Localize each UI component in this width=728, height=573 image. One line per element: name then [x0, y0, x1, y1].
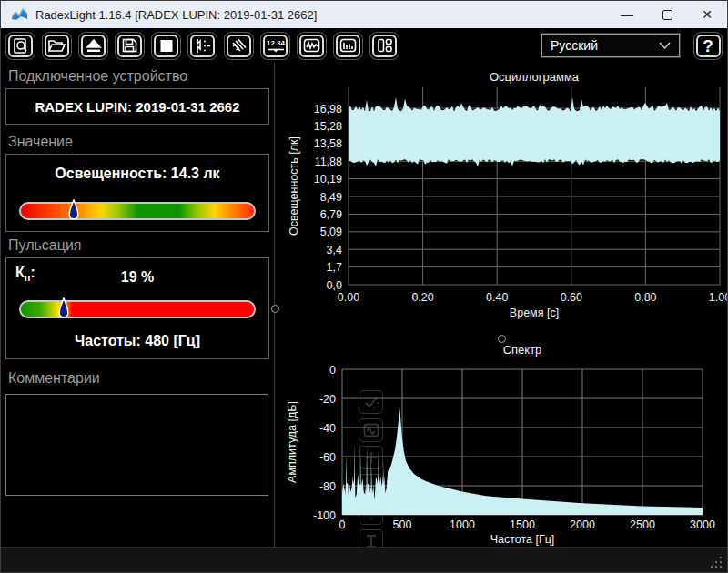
- device-section-header: Подключенное устройство: [8, 68, 187, 85]
- stop-record-button[interactable]: [151, 32, 181, 60]
- svg-text:-80: -80: [319, 480, 336, 493]
- oscillogram-view-button[interactable]: [297, 32, 327, 60]
- svg-text:Амплитуда [дБ]: Амплитуда [дБ]: [286, 401, 298, 483]
- svg-text:10,19: 10,19: [314, 173, 342, 186]
- comments-input[interactable]: [5, 394, 268, 496]
- save-button[interactable]: [115, 32, 145, 60]
- pulsation-value: 19 %: [6, 269, 268, 286]
- frequency-value: Частоты: 480 [Гц]: [6, 333, 268, 349]
- svg-text:Освещенность [лк]: Освещенность [лк]: [288, 136, 300, 236]
- svg-text:1000: 1000: [450, 518, 475, 531]
- language-value: Русский: [551, 38, 598, 53]
- svg-text:Частота [Гц]: Частота [Гц]: [490, 533, 555, 546]
- comments-section-header: Комментарии: [8, 370, 100, 387]
- status-bar: [1, 547, 727, 572]
- eject-device-button[interactable]: [78, 32, 108, 60]
- marker-settings-button[interactable]: [187, 32, 217, 60]
- oscillogram-chart: Осциллограмма16,9815,2813,5811,8810,198,…: [283, 65, 728, 339]
- pulsation-box: Кп: 19 % Частоты: 480 [Гц]: [5, 257, 269, 359]
- stop-square-icon: [154, 35, 178, 57]
- svg-text:-20: -20: [319, 393, 336, 406]
- svg-text:0.80: 0.80: [634, 291, 656, 304]
- toolbar: 12.34 Русский ?: [1, 28, 727, 63]
- spectrum-view-button[interactable]: [333, 32, 363, 60]
- svg-text:0.40: 0.40: [486, 291, 508, 304]
- bar-chart-icon: [336, 35, 360, 57]
- eject-icon: [81, 35, 106, 57]
- app-logo-icon: [12, 8, 27, 21]
- svg-text:0: 0: [329, 364, 336, 377]
- svg-text:8,49: 8,49: [320, 191, 342, 204]
- help-button[interactable]: ?: [693, 32, 723, 60]
- magnifier-document-icon: [8, 35, 33, 57]
- svg-text:1,7: 1,7: [327, 261, 342, 274]
- value-section-header: Значение: [8, 134, 73, 150]
- svg-text:-60: -60: [319, 451, 336, 464]
- svg-text:16,98: 16,98: [314, 103, 342, 116]
- hatch-lines-icon: [227, 35, 251, 57]
- numeric-display-button[interactable]: 12.34: [260, 32, 290, 60]
- svg-text:2500: 2500: [630, 518, 655, 531]
- illuminance-value: Освещенность: 14.3 лк: [6, 166, 268, 182]
- svg-text:0,0: 0,0: [327, 279, 342, 292]
- close-button[interactable]: ✕: [687, 1, 727, 28]
- svg-text:0.60: 0.60: [561, 291, 582, 304]
- svg-text:0.20: 0.20: [411, 291, 433, 304]
- left-panel: Подключенное устройство RADEX LUPIN: 201…: [1, 63, 274, 547]
- minimize-button[interactable]: —: [607, 1, 647, 28]
- svg-text:Спектр: Спектр: [503, 343, 542, 357]
- open-folder-icon: [45, 35, 69, 57]
- numeric-1234-icon: 12.34: [263, 35, 288, 57]
- svg-text:11,88: 11,88: [315, 156, 342, 168]
- svg-text:1500: 1500: [510, 518, 535, 531]
- svg-text:3000: 3000: [690, 518, 715, 531]
- device-name: RADEX LUPIN: 2019-01-31 2662: [35, 99, 239, 115]
- svg-text:Осциллограмма: Осциллограмма: [490, 70, 580, 84]
- spectrum-plot: Спектр0-20-40-60-80-10005001000150020002…: [283, 339, 728, 547]
- svg-text:0: 0: [339, 518, 346, 531]
- maximize-icon: [662, 10, 672, 20]
- svg-text:500: 500: [393, 518, 412, 531]
- svg-text:-40: -40: [319, 422, 336, 435]
- pulsation-mode-button[interactable]: [224, 32, 254, 60]
- svg-text:1.00: 1.00: [709, 291, 728, 304]
- svg-text:12.34: 12.34: [266, 39, 285, 47]
- svg-text:2000: 2000: [570, 518, 595, 531]
- waveform-marker-icon: [190, 35, 215, 57]
- question-mark-icon: ?: [703, 37, 713, 55]
- spectrum-chart: Спектр0-20-40-60-80-10005001000150020002…: [283, 339, 728, 547]
- main-content: Подключенное устройство RADEX LUPIN: 201…: [1, 63, 727, 547]
- layout-icon: [372, 35, 397, 57]
- svg-text:3,4: 3,4: [327, 244, 342, 256]
- svg-text:Время [с]: Время [с]: [510, 307, 559, 319]
- illuminance-scale-bar: [19, 202, 256, 220]
- oscillogram-icon: [299, 35, 324, 57]
- language-dropdown[interactable]: Русский: [541, 34, 680, 57]
- maximize-button[interactable]: [647, 1, 687, 28]
- open-file-button[interactable]: [42, 32, 72, 60]
- pulsation-scale-bar: [19, 300, 256, 318]
- pulsation-marker-icon: [58, 297, 69, 321]
- svg-text:0.00: 0.00: [338, 291, 359, 304]
- title-bar: RadexLight 1.16.4 [RADEX LUPIN: 2019-01-…: [1, 1, 727, 28]
- illuminance-marker-icon: [68, 199, 79, 223]
- svg-text:5,09: 5,09: [320, 226, 342, 238]
- vertical-splitter-knob[interactable]: [271, 305, 279, 313]
- preview-button[interactable]: [5, 32, 35, 60]
- svg-text:6,79: 6,79: [320, 208, 342, 221]
- window-title: RadexLight 1.16.4 [RADEX LUPIN: 2019-01-…: [35, 8, 317, 22]
- panel-layout-button[interactable]: [369, 32, 399, 60]
- app-window: RadexLight 1.16.4 [RADEX LUPIN: 2019-01-…: [0, 0, 728, 573]
- svg-text:13,58: 13,58: [314, 137, 342, 150]
- oscillogram-plot: Осциллограмма16,9815,2813,5811,8810,198,…: [283, 65, 728, 339]
- chevron-down-icon: [659, 42, 671, 49]
- svg-text:15,28: 15,28: [314, 120, 342, 133]
- svg-text:-100: -100: [313, 509, 336, 522]
- pulsation-section-header: Пульсация: [8, 237, 81, 254]
- value-box: Освещенность: 14.3 лк: [5, 154, 269, 232]
- device-box: RADEX LUPIN: 2019-01-31 2662: [5, 88, 269, 125]
- save-floppy-icon: [117, 35, 142, 57]
- resize-grip-icon[interactable]: [709, 555, 722, 568]
